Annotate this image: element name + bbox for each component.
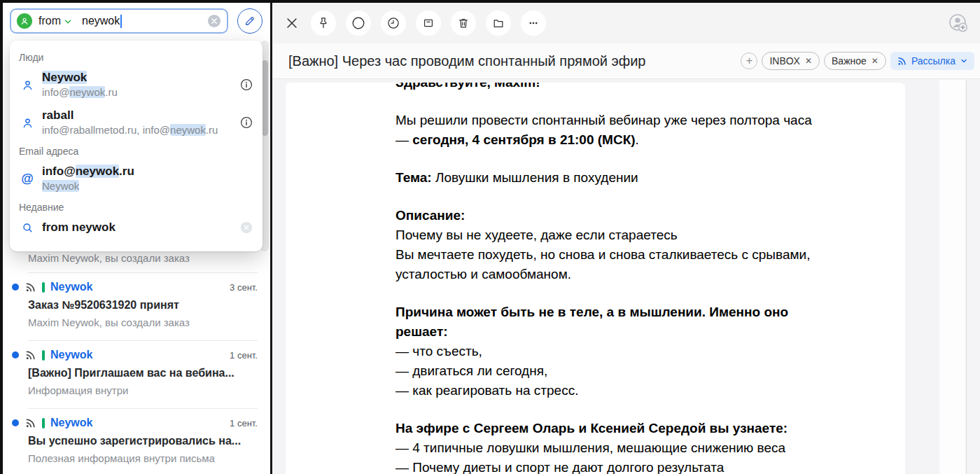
email-body-line: — 4 типичные ловушки мышления, мешающие … (396, 438, 816, 458)
message-list-subject: Вы успешно зарегистрировались на... (28, 435, 258, 447)
suggestion-text: info@neywok.ruNeywok (42, 165, 134, 193)
email-body-line: Вы мечтаете похудеть, но снова и снова с… (396, 245, 816, 265)
label-bar-icon (42, 282, 45, 293)
suggestion-person-0[interactable]: Neywokinfo@neywok.ru (10, 66, 262, 104)
app-window: from neywok Maxim Neywok, вы создали зак… (0, 0, 980, 474)
gutter-divider (966, 80, 967, 474)
email-body-line: Тема: Ловушки мышления в похудении (396, 168, 816, 188)
mail-list: Maxim Neywok, вы создали заказNeywok3 се… (3, 244, 270, 474)
suggestion-subtitle: info@neywok.ru (42, 85, 118, 99)
chevron-down-icon[interactable] (63, 17, 73, 27)
email-body-line: — сегодня, 4 сентября в 21:00 (МСК). (396, 130, 816, 150)
message-list-preview: Информация внутри (28, 384, 258, 396)
search-query-text[interactable]: neywok (82, 15, 207, 28)
email-body-line: Почему вы не худеете, даже если стараете… (396, 225, 816, 245)
email-body-line: Причина может быть не в теле, а в мышлен… (396, 302, 816, 322)
mail-list-panel: from neywok Maxim Neywok, вы создали зак… (3, 3, 270, 474)
remove-tag-icon[interactable]: ✕ (805, 56, 812, 66)
email-body-line: — что съесть, (396, 342, 816, 361)
label-bar-icon (42, 418, 45, 428)
email-body-line: Мы решили провести спонтанный вебинар уж… (396, 111, 816, 130)
message-body-area: Здравствуйте, Maxim!Мы решили провести с… (272, 80, 980, 474)
email-body-line (396, 400, 816, 419)
tag-label: INBOX (769, 55, 800, 67)
suggestion-text: Neywokinfo@neywok.ru (42, 71, 118, 99)
trash-icon[interactable] (451, 11, 476, 36)
add-tag-button[interactable]: + (741, 53, 757, 69)
tag-label: Важное (832, 55, 867, 67)
message-list-subject: [Важно] Приглашаем вас на вебина... (28, 367, 258, 379)
search-icon (19, 222, 36, 234)
info-icon[interactable] (240, 78, 253, 91)
message-toolbar (272, 3, 980, 43)
suggestion-person-1[interactable]: raballinfo@raballmetod.ru, info@neywok.r… (10, 104, 262, 141)
feed-rss-icon (24, 281, 36, 293)
suggestion-subtitle: Neywok (42, 179, 134, 193)
suggestion-text: raballinfo@raballmetod.ru, info@neywok.r… (42, 109, 218, 137)
email-body-line: — двигаться ли сегодня, (396, 361, 816, 381)
label-bar-icon (42, 350, 45, 361)
suggestion-recent-0[interactable]: from neywok (10, 216, 262, 239)
suggestion-section-label: Люди (19, 52, 262, 63)
panel-divider (270, 0, 272, 474)
add-contact-icon[interactable] (946, 11, 971, 36)
person-icon (19, 116, 36, 130)
archive-icon[interactable] (416, 11, 441, 36)
person-icon (19, 78, 36, 92)
email-body-line (396, 188, 816, 206)
info-icon[interactable] (240, 116, 253, 129)
suggestion-title: from neywok (42, 221, 115, 235)
search-suggestions-dropdown: ЛюдиNeywokinfo@neywok.ruraballinfo@rabal… (10, 41, 262, 251)
search-row: from neywok (3, 8, 270, 34)
unread-dot-icon[interactable] (12, 351, 19, 358)
clear-recent-icon[interactable] (240, 221, 253, 234)
clear-search-icon[interactable] (207, 14, 221, 28)
subject-row: [Важно] Через час проводим спонтанный пр… (272, 43, 980, 79)
message-subject: [Важно] Через час проводим спонтанный пр… (288, 53, 645, 69)
row-head: Neywok1 сент. (12, 416, 258, 430)
suggestion-text: from neywok (42, 221, 115, 235)
snooze-clock-icon[interactable] (381, 11, 406, 36)
folder-icon[interactable] (486, 11, 511, 36)
message-date: 1 сент. (230, 350, 258, 361)
email-body-line: На эфире с Сергеем Оларь и Ксенией Серед… (396, 419, 816, 438)
suggestion-email-0[interactable]: @info@neywok.ruNeywok (10, 160, 262, 197)
email-body-line (396, 92, 816, 111)
message-scrollbar-gutter[interactable] (939, 80, 965, 474)
more-dots-icon[interactable] (521, 11, 546, 36)
feed-tag-label: Рассылка (911, 55, 955, 67)
feed-tag[interactable]: Рассылка (890, 52, 974, 70)
suggestion-title: raball (42, 109, 218, 123)
search-input[interactable]: from neywok (10, 8, 228, 34)
email-body-line: — Почему диеты и спорт не дают долгого р… (396, 458, 816, 474)
email-body-line (396, 284, 816, 302)
tags-row: + INBOX✕Важное✕ Рассылка (741, 52, 974, 70)
tag-inbox[interactable]: INBOX✕ (762, 52, 820, 70)
search-filter-chip[interactable]: from (38, 15, 61, 27)
unread-dot-icon[interactable] (12, 419, 19, 426)
unread-dot-icon[interactable] (12, 284, 19, 291)
message-card: Здравствуйте, Maxim!Мы решили провести с… (286, 83, 905, 474)
window-top-edge (0, 0, 980, 3)
pin-icon[interactable] (311, 11, 336, 36)
remove-tag-icon[interactable]: ✕ (872, 56, 878, 66)
suggestion-title: info@neywok.ru (42, 165, 134, 179)
email-body-line (396, 150, 816, 168)
mail-list-item-1[interactable]: Neywok1 сент.[Важно] Приглашаем вас на в… (3, 341, 270, 409)
tag-важное[interactable]: Важное✕ (824, 52, 886, 70)
feed-rss-icon (24, 417, 36, 429)
sender-avatar-icon (17, 13, 32, 29)
circle-icon[interactable] (346, 11, 371, 36)
message-date: 3 сент. (230, 282, 258, 293)
suggestion-section-label: Email адреса (19, 146, 262, 157)
mail-list-item-0[interactable]: Neywok3 сент.Заказ №9520631920 принятMax… (3, 273, 270, 341)
mail-list-item-2[interactable]: Neywok1 сент.Вы успешно зарегистрировали… (3, 409, 270, 474)
sender-name: Neywok (50, 281, 92, 293)
at-icon: @ (19, 172, 36, 186)
row-head: Neywok1 сент. (12, 348, 258, 362)
close-icon[interactable] (283, 14, 301, 32)
compose-button[interactable] (237, 8, 262, 34)
sender-name: Neywok (50, 349, 92, 361)
email-body: Здравствуйте, Maxim!Мы решили провести с… (396, 83, 816, 474)
email-body-line: Описание: (396, 206, 816, 225)
